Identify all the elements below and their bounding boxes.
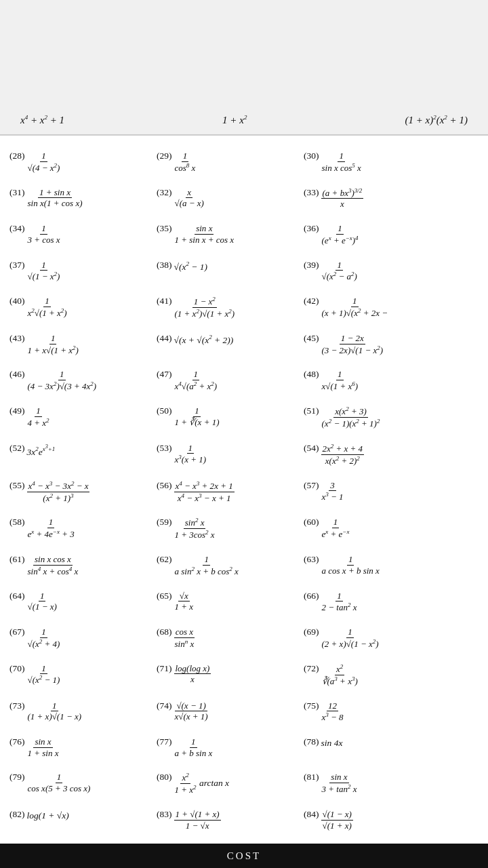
problem-75: (75) 12 x3 − 8 [302,698,479,726]
problem-58: (58) 1 ex + 4e−x + 3 [8,514,154,543]
problem-73: (73) 1 (1 + x)√(1 − x) [8,698,154,726]
problem-52: (52) 3x2ex3+1 [8,440,154,469]
problem-71: (71) log(log x) x [155,660,301,690]
problem-38: (38) √(x2 − 1) [155,257,301,285]
main-content: (28) 1 √(4 − x2) (29) 1 cos8 x (30) 1 [0,136,488,868]
problem-grid: (28) 1 √(4 − x2) (29) 1 cos8 x (30) 1 [8,148,480,868]
problem-53: (53) 1 x3(x + 1) [155,440,301,469]
top-formula-2: 1 + x2 [222,114,247,126]
problem-59: (59) sin2 x 1 + 3cos2 x [155,514,301,543]
top-formula-3: (1 + x)2(x2 + 1) [405,114,468,126]
problem-33: (33) (a + bx3)3/2 x [302,184,479,213]
problem-42: (42) 1 (x + 1)√(x2 + 2x − [302,293,479,322]
problem-30: (30) 1 sin x cos5 x [302,148,479,176]
problem-31: (31) 1 + sin x sin x(1 + cos x) [8,184,154,213]
problem-57: (57) 3 x3 − 1 [302,477,479,507]
problem-82: (82) log(1 + √x) [8,806,154,833]
top-bar: x4 + x2 + 1 1 + x2 (1 + x)2(x2 + 1) [0,0,488,136]
problem-32: (32) x √(a − x) [155,184,301,213]
problem-46: (46) 1 (4 − 3x2)√(3 + 4x2) [8,366,154,395]
bottom-label: COST [227,850,261,862]
problem-66: (66) 1 2 − tan2 x [302,588,479,616]
problem-74: (74) √(x − 1) x√(x + 1) [155,698,301,726]
problem-43: (43) 1 1 + x√(1 + x2) [8,330,154,359]
problem-37: (37) 1 √(1 − x2) [8,257,154,285]
bottom-bar: COST [0,844,488,868]
problem-49: (49) 1 4 + x2 [8,403,154,432]
problem-64: (64) 1 √(1 − x) [8,588,154,616]
top-formula-1: x4 + x2 + 1 [20,114,64,126]
problem-45: (45) 1 − 2x (3 − 2x)√(1 − x2) [302,330,479,359]
problem-40: (40) 1 x2√(1 + x2) [8,293,154,322]
problem-34: (34) 1 3 + cos x [8,220,154,249]
problem-83: (83) 1 + √(1 + x) 1 − √x [155,806,301,833]
problem-54: (54) 2x2 + x + 4 x(x2 + 2)2 [302,440,479,469]
problem-79: (79) 1 cos x(5 + 3 cos x) [8,769,154,798]
problem-65: (65) √x 1 + x [155,588,301,616]
problem-48: (48) 1 x√(1 + x6) [302,366,479,395]
problem-62: (62) 1 a sin2 x + b cos2 x [155,551,301,580]
problem-41: (41) 1 − x2 (1 + x2)√(1 + x2) [155,293,301,322]
problem-44: (44) √(x + √(x2 + 2)) [155,330,301,359]
problem-60: (60) 1 ex + e−x [302,514,479,543]
problem-78: (78) sin 4x [302,734,479,761]
problem-35: (35) sin x 1 + sin x + cos x [155,220,301,249]
problem-84: (84) √(1 − x) √(1 + x) [302,806,479,833]
problem-69: (69) 1 (2 + x)√(1 − x2) [302,624,479,652]
problem-28: (28) 1 √(4 − x2) [8,148,154,176]
problem-50: (50) 1 1 + ∛(x + 1) [155,403,301,432]
problem-39: (39) 1 √(x2 − a2) [302,257,479,285]
problem-68: (68) cos x sinn x [155,624,301,652]
problem-70: (70) 1 √(x2 − 1) [8,660,154,690]
problem-29: (29) 1 cos8 x [155,148,301,176]
problem-61: (61) sin x cos x sin4 x + cos4 x [8,551,154,580]
problem-81: (81) sin x 3 + tan2 x [302,769,479,798]
problem-51: (51) x(x2 + 3) (x2 − 1)(x2 + 1)2 [302,403,479,432]
problem-76: (76) sin x 1 + sin x [8,734,154,761]
problem-56: (56) x4 − x3 + 2x + 1 x4 − x3 − x + 1 [155,477,301,507]
problem-63: (63) 1 a cos x + b sin x [302,551,479,580]
problem-36: (36) 1 (ex + e−x)4 [302,220,479,249]
problem-67: (67) 1 √(x2 + 4) [8,624,154,652]
problem-80: (80) x2 1 + x2 arctan x [155,769,301,798]
problem-77: (77) 1 a + b sin x [155,734,301,761]
problem-72: (72) x2 ∛(a3 + x3) [302,660,479,690]
problem-47: (47) 1 x4√(a2 + x2) [155,366,301,395]
problem-55: (55) x4 − x3 − 3x2 − x (x2 + 1)3 [8,477,154,507]
